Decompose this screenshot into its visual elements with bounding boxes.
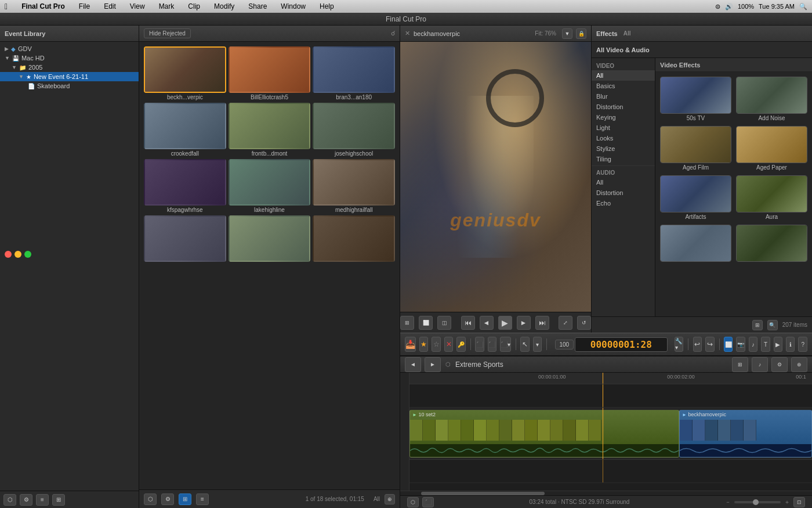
menu-view[interactable]: View: [128, 2, 147, 10]
tree-item-2005[interactable]: ▼ 📁 2005: [0, 63, 139, 72]
clip-thumb-josehighschool[interactable]: josehighschool: [313, 103, 395, 157]
cat-item-keying[interactable]: Keying: [592, 112, 655, 123]
close-button[interactable]: [5, 251, 12, 258]
effect-card-50stv[interactable]: 50s TV: [660, 77, 731, 121]
title-btn[interactable]: T: [761, 337, 770, 352]
viewer-btn-settings[interactable]: ↺: [577, 316, 591, 330]
viewer-lock-btn[interactable]: 🔒: [576, 28, 586, 39]
clip-thumb-extra1[interactable]: [144, 215, 226, 263]
unfavorite-btn[interactable]: ☆: [432, 337, 440, 352]
browser-settings[interactable]: ⚙: [161, 493, 174, 505]
menu-file[interactable]: File: [77, 2, 92, 10]
effect-card-agedfilm[interactable]: Aged Film: [660, 126, 731, 171]
clip-thumb-billelliotcrash5[interactable]: BillElliotcrash5: [229, 46, 311, 100]
event-view2-button[interactable]: ⊞: [52, 494, 65, 506]
import-btn[interactable]: 📥: [405, 337, 416, 352]
viewer-btn-crop[interactable]: ⬜: [419, 316, 433, 330]
timeline-prev[interactable]: ◄: [405, 357, 421, 372]
clip-thumb-bran3[interactable]: bran3...an180: [313, 46, 395, 100]
select-dropdown[interactable]: ▾: [533, 337, 542, 352]
viewer-btn-grid[interactable]: ⊞: [400, 316, 414, 330]
menu-edit[interactable]: Edit: [102, 2, 118, 10]
cat-item-audio-all[interactable]: All: [592, 177, 655, 188]
clip-10set2[interactable]: ► 10 set2: [409, 410, 679, 457]
tree-item-newevent[interactable]: ▼ ★ New Event 6-21-11: [0, 72, 139, 81]
cut-btn[interactable]: ⬛: [475, 337, 484, 352]
menu-help[interactable]: Help: [317, 2, 336, 10]
effect-card-addnoise[interactable]: Add Noise: [736, 77, 807, 121]
browser-list-view[interactable]: ⬡: [144, 493, 157, 505]
effects-selected-category[interactable]: All Video & Audio: [596, 46, 650, 53]
cat-item-tiling[interactable]: Tiling: [592, 154, 655, 164]
timeline-settings-btn[interactable]: ⚙: [771, 357, 788, 372]
clip-thumb-extra3[interactable]: [313, 215, 395, 263]
menu-modify[interactable]: Modify: [212, 2, 237, 10]
menu-share[interactable]: Share: [246, 2, 269, 10]
scrollbar-thumb[interactable]: [421, 492, 545, 495]
hide-rejected-button[interactable]: Hide Rejected: [144, 28, 191, 38]
inspector-btn[interactable]: ℹ: [786, 337, 795, 352]
tree-item-gdv[interactable]: ▶ ◆ GDV: [0, 44, 139, 53]
redo-btn[interactable]: ↪: [705, 337, 714, 352]
zoom-icon-plus[interactable]: ＋: [784, 498, 790, 506]
undo-btn[interactable]: ↩: [693, 337, 702, 352]
menu-mark[interactable]: Mark: [157, 2, 177, 10]
zoom-slider[interactable]: [734, 501, 781, 503]
effect-card-agedpaper[interactable]: Aged Paper: [736, 126, 807, 171]
menu-window[interactable]: Window: [278, 2, 308, 10]
cat-item-light[interactable]: Light: [592, 123, 655, 133]
favorite-btn[interactable]: ★: [419, 337, 428, 352]
clip-beckhamoverpic-timeline[interactable]: ► beckhamoverpic: [679, 410, 812, 457]
append-btn[interactable]: ⬛▾: [500, 337, 511, 352]
clip-thumb-crookedfall[interactable]: crookedfall: [144, 103, 226, 157]
clip-thumb-extra2[interactable]: [229, 215, 311, 263]
cat-item-echo[interactable]: Echo: [592, 198, 655, 208]
event-settings-button[interactable]: ⚙: [20, 494, 32, 506]
effects-search-btn[interactable]: 🔍: [767, 320, 778, 330]
select-tool[interactable]: ↖: [520, 337, 529, 352]
add-event-button[interactable]: ⬡: [3, 494, 16, 506]
browser-list-view2[interactable]: ≡: [196, 493, 209, 505]
cat-item-blur[interactable]: Blur: [592, 91, 655, 102]
viewer-btn-inspect[interactable]: ◫: [437, 316, 451, 330]
cat-item-audio-distortion[interactable]: Distortion: [592, 188, 655, 198]
minimize-button[interactable]: [14, 251, 21, 258]
clip-thumb-beckhamoverpic[interactable]: beckh...verpic: [144, 46, 226, 100]
effect-card-aura[interactable]: Aura: [736, 175, 807, 220]
audio-btn[interactable]: ♪: [749, 337, 757, 352]
maximize-button[interactable]: [24, 251, 31, 258]
timeline-next[interactable]: ►: [425, 357, 441, 372]
timeline-audio-btn[interactable]: ♪: [752, 357, 768, 372]
help-btn[interactable]: ?: [798, 337, 807, 352]
viewer-btn-stepfwd[interactable]: ►: [517, 316, 531, 330]
viewer-close-icon[interactable]: ✕: [405, 30, 410, 37]
timeline-zoom-btn[interactable]: ⊕: [791, 357, 807, 372]
keyword-btn[interactable]: 🔑: [456, 337, 465, 352]
viewer-btn-play[interactable]: ▶: [498, 316, 512, 330]
generator-btn[interactable]: ▶: [774, 337, 782, 352]
clip-thumb-medhigh[interactable]: medhighrailfall: [313, 159, 395, 213]
effect-card-more1[interactable]: [660, 225, 731, 263]
effect-card-more2[interactable]: [736, 225, 807, 263]
apple-menu[interactable]: : [5, 2, 8, 11]
search-icon[interactable]: 🔍: [799, 3, 807, 10]
browser-filter-btn[interactable]: ⊕: [385, 494, 395, 505]
snapshot-btn[interactable]: 📷: [736, 337, 745, 352]
zoom-icon-minus[interactable]: －: [725, 498, 731, 506]
zoom-fit-btn[interactable]: ⊡: [793, 497, 805, 507]
cat-item-video-all[interactable]: All: [592, 70, 655, 81]
clip-thumb-lakehighline[interactable]: lakehighline: [229, 159, 311, 213]
timeline-view-btn[interactable]: ⬜: [724, 337, 733, 352]
timeline-snap-btn[interactable]: ⊞: [732, 357, 748, 372]
reject-btn[interactable]: ✕: [444, 337, 453, 352]
event-view-button[interactable]: ≡: [36, 494, 49, 506]
search-icon[interactable]: ☌: [391, 30, 395, 37]
tools-menu-btn[interactable]: 🔧▾: [675, 337, 683, 352]
menu-app[interactable]: Final Cut Pro: [19, 2, 67, 10]
viewer-btn-fwd[interactable]: ⏭: [535, 316, 549, 330]
cat-item-basics[interactable]: Basics: [592, 81, 655, 91]
cat-item-distortion[interactable]: Distortion: [592, 102, 655, 112]
tree-item-skateboard[interactable]: 📄 Skateboard: [0, 81, 139, 91]
tree-item-machd[interactable]: ▼ 💾 Mac HD: [0, 53, 139, 63]
status-btn1[interactable]: ⬡: [407, 497, 419, 507]
